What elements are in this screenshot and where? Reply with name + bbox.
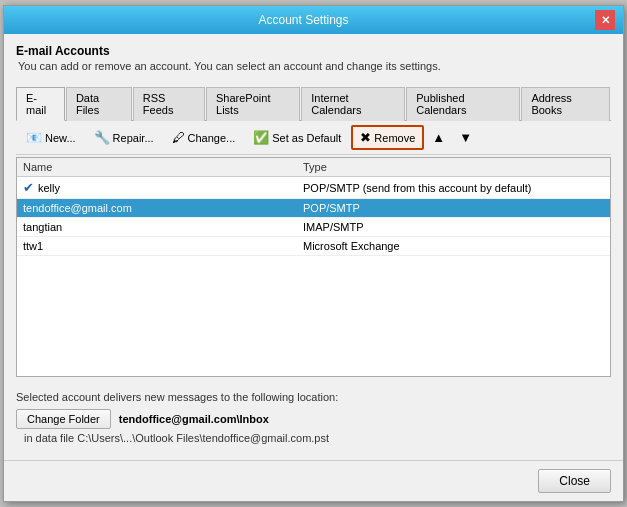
move-down-button[interactable]: ▼ (453, 126, 478, 149)
toolbar: 📧 New... 🔧 Repair... 🖊 Change... ✅ Set a… (16, 121, 611, 155)
footer: Close (4, 460, 623, 501)
table-rows: ✔ kelly POP/SMTP (send from this account… (17, 177, 610, 256)
change-icon: 🖊 (172, 130, 185, 145)
bottom-section: Selected account delivers new messages t… (16, 385, 611, 450)
table-row[interactable]: ✔ kelly POP/SMTP (send from this account… (17, 177, 610, 199)
row-name: ✔ kelly (23, 180, 303, 195)
tab-internet-calendars[interactable]: Internet Calendars (301, 87, 405, 121)
tabs-container: E-mail Data Files RSS Feeds SharePoint L… (16, 86, 611, 121)
row-name: ttw1 (23, 240, 303, 252)
account-settings-window: Account Settings ✕ E-mail Accounts You c… (3, 5, 624, 502)
header-section: E-mail Accounts You can add or remove an… (16, 44, 611, 72)
col-header-type: Type (303, 161, 604, 173)
row-type: POP/SMTP (303, 202, 604, 214)
set-default-button[interactable]: ✅ Set as Default (245, 126, 349, 149)
tab-email[interactable]: E-mail (16, 87, 65, 121)
close-window-button[interactable]: ✕ (595, 10, 615, 30)
row-type: IMAP/SMTP (303, 221, 604, 233)
accounts-table: Name Type ✔ kelly POP/SMTP (send from th… (16, 157, 611, 377)
tab-rss-feeds[interactable]: RSS Feeds (133, 87, 205, 121)
remove-button[interactable]: ✖ Remove (351, 125, 424, 150)
tab-sharepoint-lists[interactable]: SharePoint Lists (206, 87, 300, 121)
row-type: POP/SMTP (send from this account by defa… (303, 182, 604, 194)
folder-row: Change Folder tendoffice@gmail.com\Inbox (16, 409, 611, 429)
table-row[interactable]: ttw1 Microsoft Exchange (17, 237, 610, 256)
change-folder-button[interactable]: Change Folder (16, 409, 111, 429)
col-header-name: Name (23, 161, 303, 173)
row-name: tangtian (23, 221, 303, 233)
window-title: Account Settings (12, 13, 595, 27)
window-body: E-mail Accounts You can add or remove an… (4, 34, 623, 460)
table-row[interactable]: tangtian IMAP/SMTP (17, 218, 610, 237)
remove-icon: ✖ (360, 130, 371, 145)
down-arrow-icon: ▼ (459, 130, 472, 145)
set-default-icon: ✅ (253, 130, 269, 145)
move-up-button[interactable]: ▲ (426, 126, 451, 149)
repair-icon: 🔧 (94, 130, 110, 145)
new-button[interactable]: 📧 New... (18, 126, 84, 149)
row-type: Microsoft Exchange (303, 240, 604, 252)
folder-name: tendoffice@gmail.com\Inbox (119, 413, 269, 425)
row-name: tendoffice@gmail.com (23, 202, 303, 214)
table-header: Name Type (17, 158, 610, 177)
tab-published-calendars[interactable]: Published Calendars (406, 87, 520, 121)
title-bar: Account Settings ✕ (4, 6, 623, 34)
header-title: E-mail Accounts (16, 44, 611, 58)
tab-data-files[interactable]: Data Files (66, 87, 132, 121)
header-description: You can add or remove an account. You ca… (18, 60, 611, 72)
folder-path: in data file C:\Users\...\Outlook Files\… (24, 432, 611, 444)
default-check-icon: ✔ (23, 180, 34, 195)
close-button[interactable]: Close (538, 469, 611, 493)
change-button[interactable]: 🖊 Change... (164, 126, 244, 149)
tab-address-books[interactable]: Address Books (521, 87, 610, 121)
up-arrow-icon: ▲ (432, 130, 445, 145)
deliver-text: Selected account delivers new messages t… (16, 391, 611, 403)
table-row[interactable]: tendoffice@gmail.com POP/SMTP (17, 199, 610, 218)
new-icon: 📧 (26, 130, 42, 145)
repair-button[interactable]: 🔧 Repair... (86, 126, 162, 149)
